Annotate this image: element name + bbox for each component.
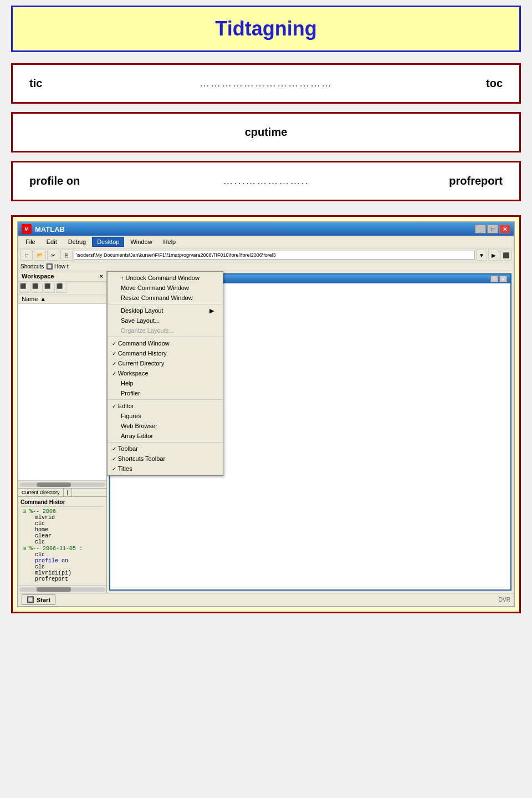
workspace-tool-1[interactable]: ⬛ <box>19 283 30 293</box>
command-history-title: Command Histor <box>21 498 104 507</box>
dropdown-toolbar[interactable]: Toolbar <box>108 444 223 454</box>
dropdown-command-window[interactable]: Command Window <box>108 338 223 348</box>
maximize-button[interactable]: □ <box>487 225 498 233</box>
cmd-home-1: home <box>21 527 104 533</box>
shortcuts-bar: Shortcuts 🔲 How t <box>18 262 514 271</box>
window-controls: _ □ ✕ <box>475 225 510 233</box>
command-history-panel: Command Histor ⊞ %-- 2006 mlvrid clc hom… <box>18 496 106 585</box>
desktop-dropdown-menu: ↑ Undock Command Window Move Command Win… <box>107 271 223 476</box>
matlab-toolbar: □ 📂 ✂ ⎘ \soderst\My Documents\Jan\kurser… <box>18 248 514 262</box>
matlab-logo-icon: M <box>22 224 32 234</box>
name-column-label: Name <box>22 296 38 302</box>
cmd-section-2: ⊞ %-- 2006-11-05 : <box>21 545 104 552</box>
dropdown-titles[interactable]: Titles <box>108 464 223 474</box>
history-scrollbar[interactable] <box>18 585 106 593</box>
cut-button[interactable]: ✂ <box>47 250 59 261</box>
workspace-title-label: Workspace <box>22 273 54 279</box>
history-scroll-track <box>19 587 105 592</box>
close-button[interactable]: ✕ <box>499 225 510 233</box>
dropdown-move[interactable]: Move Command Window <box>108 283 223 293</box>
copy-button[interactable]: ⎘ <box>60 250 73 261</box>
workspace-name-header: Name ▲ <box>18 294 106 304</box>
menu-debug[interactable]: Debug <box>63 237 91 247</box>
start-icon: 🔲 <box>27 596 34 603</box>
menu-file[interactable]: File <box>21 237 40 247</box>
sub-undock-button[interactable]: ↑ <box>490 276 498 282</box>
start-label: Start <box>37 597 50 603</box>
page-title: Tidtagning <box>24 17 508 40</box>
cmd-profile-on: profile on <box>21 558 104 564</box>
profile-dots: …...…………….. <box>96 175 436 187</box>
profile-on-label: profile on <box>29 175 96 187</box>
navigate-button[interactable]: ▶ <box>488 250 499 261</box>
ovr-indicator: OVR <box>498 597 510 603</box>
minimize-button[interactable]: _ <box>475 225 486 233</box>
open-file-button[interactable]: 📂 <box>34 250 46 261</box>
toc-label: toc <box>436 77 503 90</box>
tab-workspace[interactable]: | <box>64 489 72 496</box>
dropdown-editor[interactable]: Editor <box>108 401 223 411</box>
workspace-tool-3[interactable]: ⬛ <box>44 283 55 293</box>
dropdown-undock[interactable]: ↑ Undock Command Window <box>108 273 223 283</box>
cmd-mlvrid1: mlvrid1(pi) <box>21 570 104 576</box>
dropdown-current-directory[interactable]: Current Directory <box>108 358 223 368</box>
matlab-menubar: File Edit Debug Desktop Window Help <box>18 236 514 248</box>
cmd-clc-4: clc <box>21 564 104 570</box>
dropdown-web-browser[interactable]: Web Browser <box>108 421 223 431</box>
dropdown-organize-layouts[interactable]: Organize Layouts... <box>108 326 223 336</box>
history-scroll-thumb <box>37 587 71 592</box>
workspace-toolbar: ⬛ ⬛ ⬛ ⬛ <box>18 282 106 294</box>
workspace-tool-2[interactable]: ⬛ <box>32 283 43 293</box>
cmd-clear-1: clear <box>21 533 104 539</box>
dropdown-section-4: Editor Figures Web Browser Array Editor <box>108 400 223 443</box>
cmd-clc-3: clc <box>21 552 104 558</box>
menu-edit[interactable]: Edit <box>42 237 62 247</box>
cmd-section-1: ⊞ %-- 2006 <box>21 508 104 515</box>
tic-toc-row: tic ……………………………… toc <box>11 63 521 104</box>
dropdown-section-5: Toolbar Shortcuts Toolbar Titles <box>108 443 223 475</box>
dropdown-shortcuts-toolbar[interactable]: Shortcuts Toolbar <box>108 454 223 464</box>
title-box: Tidtagning <box>11 6 521 52</box>
dropdown-workspace[interactable]: Workspace <box>108 368 223 378</box>
sub-close-button[interactable]: × <box>499 276 507 282</box>
cputime-row: cputime <box>11 112 521 153</box>
dropdown-resize[interactable]: Resize Command Window <box>108 293 223 303</box>
shortcuts-label: Shortcuts <box>21 263 44 270</box>
cmd-mlvrid-1: mlvrid <box>21 515 104 521</box>
dropdown-section-2: Desktop Layout Save Layout... Organize L… <box>108 304 223 337</box>
tab-current-directory[interactable]: Current Directory <box>18 489 64 496</box>
new-file-button[interactable]: □ <box>21 250 33 261</box>
menu-window[interactable]: Window <box>125 237 157 247</box>
workspace-tool-4[interactable]: ⬛ <box>56 283 67 293</box>
dropdown-section-1: ↑ Undock Command Window Move Command Win… <box>108 272 223 304</box>
dropdown-command-history[interactable]: Command History <box>108 348 223 358</box>
workspace-panel-title: Workspace × <box>18 271 106 282</box>
sort-icon: ▲ <box>40 296 46 302</box>
menu-desktop[interactable]: Desktop <box>92 237 124 247</box>
profreport-label: profreport <box>436 175 503 187</box>
matlab-main-area: Workspace × ⬛ ⬛ ⬛ ⬛ Name ▲ <box>18 271 514 593</box>
matlab-statusbar: 🔲 Start OVR <box>18 593 514 606</box>
browse-button[interactable]: ▼ <box>476 250 487 261</box>
cputime-label: cputime <box>245 126 288 139</box>
dropdown-help[interactable]: Help <box>108 378 223 388</box>
profile-row: profile on …...…………….. profreport <box>11 161 521 201</box>
menu-help[interactable]: Help <box>158 237 181 247</box>
bottom-tabs: Current Directory | <box>18 488 106 496</box>
explore-button[interactable]: ⬛ <box>500 250 511 261</box>
start-button[interactable]: 🔲 Start <box>22 594 55 605</box>
dropdown-save-layout[interactable]: Save Layout... <box>108 316 223 326</box>
dropdown-figures[interactable]: Figures <box>108 411 223 421</box>
dropdown-array-editor[interactable]: Array Editor <box>108 431 223 441</box>
matlab-titlebar: M MATLAB _ □ ✕ <box>18 222 514 236</box>
dropdown-desktop-layout[interactable]: Desktop Layout <box>108 306 223 316</box>
matlab-window: M MATLAB _ □ ✕ File Edit Debug Desktop W… <box>17 221 515 607</box>
dropdown-profiler[interactable]: Profiler <box>108 388 223 398</box>
workspace-scrollbar[interactable] <box>18 480 106 488</box>
cmd-clc-1: clc <box>21 521 104 527</box>
current-path: \soderst\My Documents\Jan\kurser\F\F1\f1… <box>74 251 475 260</box>
workspace-expand-icon: × <box>100 273 103 279</box>
matlab-title: MATLAB <box>35 225 475 233</box>
scroll-thumb <box>37 482 71 487</box>
sub-window-buttons: ↑ × <box>490 276 507 282</box>
